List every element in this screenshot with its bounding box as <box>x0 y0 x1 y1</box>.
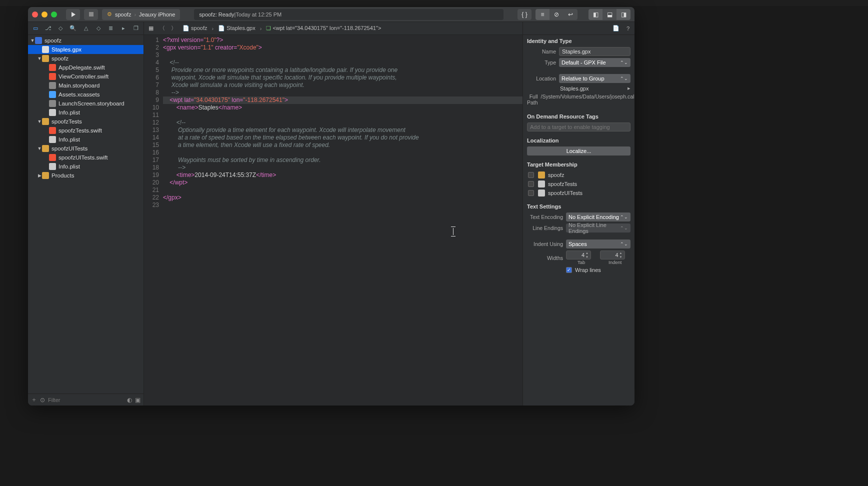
tree-row[interactable]: Assets.xcassets <box>28 90 144 99</box>
add-button[interactable]: ＋ <box>31 396 37 404</box>
activity-status: spoofz: Ready | Today at 12:25 PM <box>194 9 504 20</box>
related-items-button[interactable]: ▦ <box>147 25 155 32</box>
text-encoding-select[interactable]: No Explicit Encoding⌃⌄ <box>566 212 630 222</box>
location-select[interactable]: Relative to Group⌃⌄ <box>559 74 630 83</box>
identity-section-title: Identity and Type <box>527 38 630 44</box>
jump-symbol[interactable]: ❏ <wpt lat="34.0430175" lon="-118.267254… <box>264 25 382 32</box>
test-navigator-tab[interactable]: ◇ <box>94 24 103 33</box>
filter-input[interactable] <box>48 397 124 403</box>
file-name-input[interactable]: Staples.gpx <box>559 47 630 56</box>
location-file-label: Staples.gpx <box>559 86 624 92</box>
tree-row[interactable]: ViewController.swift <box>28 72 144 81</box>
issue-navigator-tab[interactable]: △ <box>82 24 90 33</box>
target-row[interactable]: spoofzUITests <box>527 188 630 198</box>
symbol-navigator-tab[interactable]: ◇ <box>56 24 65 33</box>
debug-navigator-tab[interactable]: ≣ <box>106 24 116 33</box>
toggle-inspector-button[interactable]: ◨ <box>616 9 630 20</box>
localize-button[interactable]: Localize... <box>527 146 630 156</box>
jump-bar[interactable]: ▦ 〈 〉 📄 spoofz › 📄 Staples.gpx › ❏ <wpt … <box>144 22 522 35</box>
filter-icon: ⊙ <box>40 396 45 404</box>
assistant-editor-button[interactable]: ⊘ <box>550 9 564 20</box>
tree-row[interactable]: ▼spoofzTests <box>28 117 144 126</box>
target-row[interactable]: spoofz <box>527 170 630 180</box>
scheme-selector[interactable]: ⚙︎ spoofz › Jeauxy iPhone <box>102 9 180 20</box>
source-editor[interactable]: 1234567891011121314151617181920212223 <?… <box>144 35 522 406</box>
navigator-filter-bar: ＋ ⊙ ◐ ▣ <box>28 394 144 406</box>
tree-row[interactable]: AppDelegate.swift <box>28 63 144 72</box>
indent-width-stepper[interactable]: 4▲▼ <box>600 250 625 260</box>
inspector-panel: 📄 ? Identity and Type Name Staples.gpx T… <box>522 22 634 406</box>
run-button[interactable] <box>66 9 80 20</box>
editor-area: ▦ 〈 〉 📄 spoofz › 📄 Staples.gpx › ❏ <wpt … <box>144 22 522 406</box>
tree-row[interactable]: spoofzUITests.swift <box>28 153 144 162</box>
tree-row[interactable]: ▼spoofz <box>28 54 144 63</box>
xcode-window: ⚙︎ spoofz › Jeauxy iPhone spoofz: Ready … <box>28 7 634 406</box>
tree-row[interactable]: ▼spoofz <box>28 36 144 45</box>
inspector-tabs: 📄 ? <box>523 22 634 35</box>
file-inspector-tab[interactable]: 📄 <box>612 25 620 32</box>
pane-toggle-segment: ◧ ⬓ ◨ <box>588 9 630 20</box>
text-settings-title: Text Settings <box>527 204 630 210</box>
odr-section-title: On Demand Resource Tags <box>527 114 630 120</box>
indent-using-select[interactable]: Spaces⌃⌄ <box>566 240 630 248</box>
standard-editor-button[interactable]: ≡ <box>536 9 550 20</box>
odr-tags-input: Add to a target to enable tagging <box>527 122 630 132</box>
zoom-window-button[interactable] <box>51 12 57 18</box>
wrap-lines-checkbox[interactable] <box>566 267 572 273</box>
tree-row[interactable]: spoofzTests.swift <box>28 126 144 135</box>
file-type-select[interactable]: Default - GPX File⌃⌄ <box>559 58 630 67</box>
tree-row[interactable]: Info.plist <box>28 108 144 117</box>
localization-section-title: Localization <box>527 138 630 144</box>
toggle-debug-button[interactable]: ⬓ <box>602 9 616 20</box>
navigator-panel: ▭ ⎇ ◇ 🔍 △ ◇ ≣ ▸ ❐ ▼spoofz Staples.gpx▼sp… <box>28 22 144 406</box>
wrap-lines-label: Wrap lines <box>575 267 601 273</box>
jump-project[interactable]: 📄 spoofz <box>181 25 208 32</box>
help-inspector-tab[interactable]: ? <box>626 26 630 32</box>
locate-file-button[interactable]: ▸ <box>628 85 630 92</box>
project-tree[interactable]: ▼spoofz Staples.gpx▼spoofz AppDelegate.s… <box>28 35 144 394</box>
jump-file[interactable]: 📄 Staples.gpx <box>216 25 257 32</box>
project-navigator-tab[interactable]: ▭ <box>31 24 40 33</box>
close-window-button[interactable] <box>32 12 38 18</box>
stop-button[interactable] <box>84 9 98 20</box>
navigator-tabs: ▭ ⎇ ◇ 🔍 △ ◇ ≣ ▸ ❐ <box>28 22 144 35</box>
tab-width-stepper[interactable]: 4▲▼ <box>566 250 591 260</box>
tree-row[interactable]: Main.storyboard <box>28 81 144 90</box>
breakpoint-navigator-tab[interactable]: ▸ <box>119 24 128 33</box>
text-cursor-icon <box>453 228 454 235</box>
tree-row[interactable]: Info.plist <box>28 135 144 144</box>
toolbar: ⚙︎ spoofz › Jeauxy iPhone spoofz: Ready … <box>28 7 634 22</box>
back-button[interactable]: 〈 <box>158 24 166 32</box>
full-path-label: /System/Volumes/Data/Users/joseph.callaw… <box>541 94 634 100</box>
tree-row[interactable]: ▼spoofzUITests <box>28 144 144 153</box>
tree-row[interactable]: Staples.gpx <box>28 45 144 54</box>
minimize-window-button[interactable] <box>42 12 48 18</box>
find-navigator-tab[interactable]: 🔍 <box>68 24 78 33</box>
code-snippets-button[interactable]: { } <box>518 9 532 20</box>
tree-row[interactable]: LaunchScreen.storyboard <box>28 99 144 108</box>
forward-button[interactable]: 〉 <box>170 24 178 32</box>
target-row[interactable]: spoofzTests <box>527 180 630 188</box>
toggle-navigator-button[interactable]: ◧ <box>588 9 602 20</box>
scheme-target-label: spoofz <box>115 12 131 18</box>
target-membership-title: Target Membership <box>527 162 630 168</box>
version-editor-button[interactable]: ↩ <box>564 9 578 20</box>
recent-filter-button[interactable]: ◐ <box>127 396 132 404</box>
line-endings-select[interactable]: No Explicit Line Endings⌃⌄ <box>566 224 630 232</box>
tree-row[interactable]: ▶Products <box>28 171 144 180</box>
editor-mode-segment: ≡ ⊘ ↩ <box>536 9 578 20</box>
scheme-device-label: Jeauxy iPhone <box>139 12 175 18</box>
scm-filter-button[interactable]: ▣ <box>135 396 140 404</box>
window-controls <box>32 12 57 18</box>
source-control-navigator-tab[interactable]: ⎇ <box>44 24 52 33</box>
report-navigator-tab[interactable]: ❐ <box>132 24 140 33</box>
tree-row[interactable]: Info.plist <box>28 162 144 171</box>
